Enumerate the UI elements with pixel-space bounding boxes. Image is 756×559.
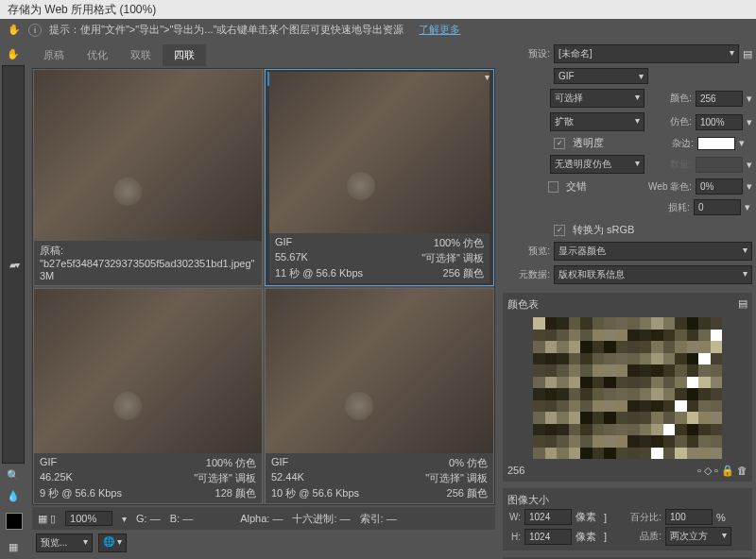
- metadata-label: 元数据:: [503, 268, 550, 281]
- browser-preview-button[interactable]: 🌐: [98, 534, 127, 552]
- imgsize-label: 图像大小: [507, 493, 549, 507]
- left-toolbar: ✋ ▰ 🔍 💧 ▦: [0, 41, 28, 559]
- slice-tool[interactable]: ▰: [2, 65, 25, 464]
- tab-optimized[interactable]: 优化: [76, 44, 119, 66]
- color-swatch[interactable]: [6, 513, 23, 530]
- dither-select[interactable]: 扩散: [550, 112, 644, 131]
- tab-original[interactable]: 原稿: [32, 44, 76, 66]
- view-tabs: 原稿 优化 双联 四联: [32, 44, 495, 66]
- colors-input[interactable]: [696, 91, 743, 107]
- preview-cell[interactable]: 01 ⊠GIF 100% 仿色55.67K"可选择" 调板11 秒 @ 56.6…: [265, 69, 494, 286]
- preview-cell[interactable]: 01 ⊠原稿: "b27e5f34847329373505f5ad302351b…: [33, 69, 263, 286]
- index-value: 索引: —: [360, 512, 397, 526]
- tab-4up[interactable]: 四联: [163, 44, 206, 66]
- info-icon: i: [28, 24, 42, 37]
- preview-grid: 01 ⊠原稿: "b27e5f34847329373505f5ad302351b…: [32, 68, 495, 505]
- transparency-label: 透明度: [573, 136, 643, 150]
- preview-cell[interactable]: 01 ⊠GIF 100% 仿色46.25K"可选择" 调板9 秒 @ 56.6 …: [33, 288, 263, 505]
- loss-label: 损耗:: [643, 201, 690, 214]
- preview-cell[interactable]: 01 ⊠GIF 0% 仿色52.44K"可选择" 调板10 秒 @ 56.6 K…: [265, 288, 494, 505]
- trans-dither-select[interactable]: 无透明度仿色: [550, 155, 644, 174]
- preview-label: 预览:: [503, 245, 550, 258]
- transparency-check[interactable]: ✓: [554, 138, 565, 149]
- h-unit: 像素: [576, 530, 596, 544]
- colortable-label: 颜色表: [507, 297, 539, 312]
- width-input[interactable]: [524, 509, 572, 525]
- format-select[interactable]: GIF: [554, 68, 648, 84]
- thumbnail: [269, 72, 490, 233]
- h-label: H:: [506, 532, 521, 542]
- amount-label: 数量:: [648, 158, 692, 171]
- metadata-select[interactable]: 版权和联系信息: [554, 265, 752, 284]
- grid-icon[interactable]: ▦ ▯: [38, 513, 56, 525]
- menu-icon[interactable]: ▤: [743, 48, 752, 60]
- learn-more-link[interactable]: 了解更多: [419, 23, 460, 37]
- pct-input[interactable]: [665, 509, 713, 525]
- web-label: Web 靠色:: [640, 180, 692, 194]
- color-palette[interactable]: [533, 317, 722, 459]
- thumbnail: [34, 289, 262, 454]
- preview-button[interactable]: 预览...: [36, 534, 93, 552]
- hand-icon: ✋: [8, 24, 21, 36]
- srgb-label: 转换为 sRGB: [573, 223, 634, 237]
- thumbnail: [34, 70, 262, 241]
- w-label: W:: [506, 512, 521, 522]
- preset-label: 预设:: [503, 47, 550, 60]
- b-value: B: —: [170, 513, 193, 524]
- quality-select[interactable]: 两次立方: [665, 527, 731, 546]
- matte-label: 杂边:: [646, 137, 694, 150]
- preset-select[interactable]: [未命名]: [554, 44, 739, 63]
- reduction-select[interactable]: 可选择: [550, 89, 644, 108]
- eyedropper-tool[interactable]: 💧: [2, 486, 25, 505]
- qual-label: 品质:: [614, 530, 662, 543]
- zoom-tool[interactable]: 🔍: [2, 466, 25, 484]
- hint-text: 提示：使用"文件">"导出">"导出为..."或右键单击某个图层可更快速地导出资…: [49, 23, 404, 37]
- zoom-input[interactable]: [65, 511, 112, 526]
- preview-select[interactable]: 显示器颜色: [554, 242, 752, 261]
- g-value: G: —: [136, 513, 161, 524]
- color-count: 256: [507, 465, 524, 477]
- dither-input[interactable]: [696, 114, 743, 130]
- srgb-check[interactable]: ✓: [554, 225, 565, 236]
- settings-panel: 预设:[未命名]▤ GIF 可选择颜色:▾ 扩散仿色:▾ ✓透明度杂边:▾ 无透…: [499, 41, 756, 559]
- hint-bar: ✋ i 提示：使用"文件">"导出">"导出为..."或右键单击某个图层可更快速…: [0, 19, 756, 41]
- hand-tool[interactable]: ✋: [2, 44, 25, 63]
- interlace-check[interactable]: [548, 181, 558, 193]
- dither-label: 仿色:: [648, 115, 692, 128]
- hex-value: 十六进制: —: [292, 512, 350, 526]
- colors-label: 颜色:: [648, 92, 692, 105]
- alpha-value: Alpha: —: [240, 513, 283, 524]
- height-input[interactable]: [524, 529, 572, 545]
- toggle-tool[interactable]: ▦: [2, 537, 25, 556]
- loss-input[interactable]: [694, 199, 741, 215]
- matte-swatch[interactable]: [697, 137, 735, 150]
- thumbnail: [266, 289, 493, 454]
- tab-2up[interactable]: 双联: [119, 44, 163, 66]
- w-unit: 像素: [576, 510, 596, 524]
- web-input[interactable]: [696, 178, 743, 195]
- palette-tools[interactable]: ▫ ◇ ▫ 🔒 🗑: [697, 465, 747, 477]
- info-bar: ▦ ▯ ▾ G: — B: — Alpha: — 十六进制: — 索引: —: [32, 507, 495, 530]
- window-title: 存储为 Web 所用格式 (100%): [0, 0, 756, 19]
- amount-input: [696, 157, 743, 173]
- menu-icon[interactable]: ▤: [738, 297, 747, 312]
- interlace-label: 交错: [566, 179, 636, 194]
- pct-label: 百分比:: [614, 511, 662, 524]
